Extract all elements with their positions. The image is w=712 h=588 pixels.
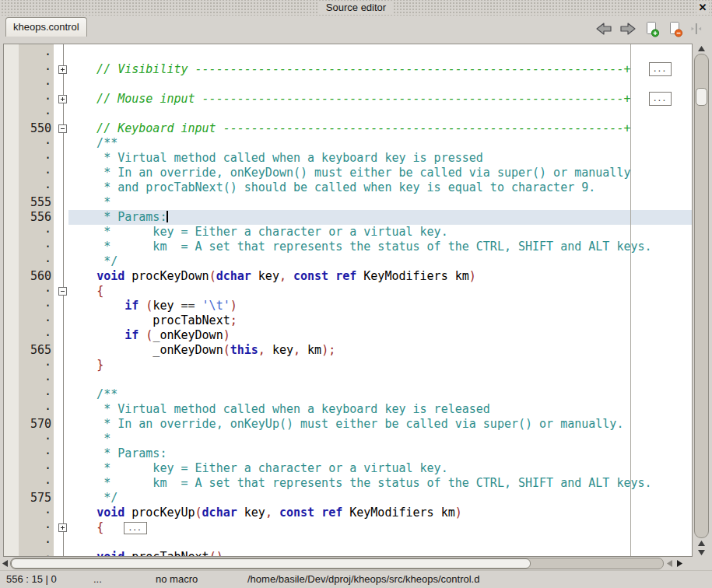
code-line[interactable]: · * In an override, onKeyDown() must eit… [4, 166, 692, 180]
code-text[interactable]: // Mouse input -------------------------… [68, 92, 692, 107]
panel-titlebar[interactable]: Source editor ✕ [0, 0, 712, 16]
code-line[interactable]: · [4, 373, 692, 387]
code-line[interactable]: 555 * [4, 195, 692, 210]
code-text[interactable]: * Params: [68, 210, 692, 225]
close-icon[interactable]: ✕ [696, 1, 709, 14]
fold-ellipsis-box[interactable]: ... [649, 92, 672, 106]
close-document-button[interactable] [667, 21, 683, 37]
code-line[interactable]: · void procKeyUp(dchar key, const ref Ke… [4, 506, 692, 520]
navigate-forward-button[interactable] [619, 22, 637, 36]
code-line[interactable]: · } [4, 358, 692, 373]
horizontal-scrollbar-trough[interactable] [10, 558, 664, 569]
fold-toggle-plus-icon[interactable] [58, 523, 67, 532]
fold-toggle-minus-icon[interactable] [58, 124, 67, 133]
horizontal-scrollbar[interactable] [0, 557, 695, 570]
code-text[interactable]: if (_onKeyDown) [68, 328, 692, 343]
code-text[interactable]: * Virtual method called when a keyboard … [68, 151, 692, 166]
code-text[interactable]: * Params: [68, 446, 692, 461]
scroll-right-arrow-icon[interactable] [675, 558, 685, 569]
code-text[interactable]: * In an override, onKeyDown() must eithe… [68, 166, 692, 180]
code-text[interactable] [68, 77, 692, 92]
code-line[interactable]: · /** [4, 136, 692, 151]
code-area[interactable]: ·· // Visibility -----------------------… [3, 44, 693, 557]
code-text[interactable] [68, 107, 692, 121]
code-text[interactable] [68, 47, 692, 62]
code-line[interactable]: · if (_onKeyDown) [4, 328, 692, 343]
split-view-button[interactable] [690, 21, 702, 37]
new-document-button[interactable] [644, 21, 660, 37]
code-line[interactable]: · [4, 47, 692, 62]
fold-toggle-plus-icon[interactable] [58, 65, 67, 74]
fold-ellipsis-box[interactable]: ... [124, 522, 147, 534]
code-text[interactable] [68, 535, 692, 550]
code-line[interactable]: 550 // Keyboard input ------------------… [4, 121, 692, 136]
code-line[interactable]: · [4, 107, 692, 121]
line-number: · [4, 77, 54, 92]
code-text[interactable]: // Keyboard input ----------------------… [68, 121, 692, 136]
scroll-up-arrow-icon[interactable] [694, 44, 709, 53]
code-text[interactable]: void procKeyUp(dchar key, const ref KeyM… [68, 506, 692, 520]
code-text[interactable]: /** [68, 387, 692, 402]
fold-toggle-minus-icon[interactable] [58, 287, 67, 296]
code-text[interactable]: * km = A set that represents the status … [68, 240, 692, 254]
code-text[interactable]: void procTabNext() [68, 550, 692, 557]
code-text[interactable]: * key = Either a character or a virtual … [68, 225, 692, 240]
code-text[interactable]: * Virtual method called when a keyboard … [68, 402, 692, 417]
code-line[interactable]: 565 _onKeyDown(this, key, km); [4, 343, 692, 358]
code-text[interactable]: { [68, 284, 692, 299]
code-text[interactable]: * km = A set that represents the status … [68, 476, 692, 491]
code-line[interactable]: · { [4, 284, 692, 299]
code-line[interactable]: · */ [4, 254, 692, 269]
code-line[interactable]: 556 * Params: [4, 210, 692, 225]
code-line[interactable]: · * [4, 432, 692, 446]
vertical-scrollbar-trough[interactable] [694, 54, 709, 538]
fold-toggle-plus-icon[interactable] [58, 95, 67, 103]
code-line[interactable]: · // Visibility ------------------------… [4, 62, 692, 77]
code-text[interactable]: */ [68, 491, 692, 506]
code-line[interactable]: · [4, 77, 692, 92]
code-line[interactable]: · [4, 535, 692, 550]
code-line[interactable]: · * key = Either a character or a virtua… [4, 225, 692, 240]
code-text[interactable]: * [68, 432, 692, 446]
navigate-back-button[interactable] [595, 22, 612, 36]
code-text[interactable]: /** [68, 136, 692, 151]
code-line[interactable]: · * and procTabNext() should be called w… [4, 180, 692, 195]
code-text[interactable] [68, 373, 692, 387]
code-line[interactable]: · * Virtual method called when a keyboar… [4, 402, 692, 417]
code-line[interactable]: · * km = A set that represents the statu… [4, 476, 692, 491]
scroll-left-arrow-icon[interactable] [665, 558, 675, 569]
scroll-down-arrow-icon[interactable] [694, 548, 709, 557]
horizontal-scrollbar-thumb[interactable] [11, 558, 531, 569]
code-line[interactable]: · if (key == '\t') [4, 299, 692, 313]
code-text[interactable]: } [68, 358, 692, 373]
code-line[interactable]: 575 */ [4, 491, 692, 506]
code-line[interactable]: · void procTabNext() [4, 550, 692, 557]
vertical-scrollbar-thumb[interactable] [696, 88, 707, 106]
code-text[interactable]: * In an override, onKeyUp() must either … [68, 417, 692, 432]
code-text[interactable]: {... [68, 520, 692, 535]
code-line[interactable]: · * Virtual method called when a keyboar… [4, 151, 692, 166]
scroll-left-arrow-icon[interactable] [0, 558, 10, 569]
code-text[interactable]: * and procTabNext() should be called whe… [68, 180, 692, 195]
code-line[interactable]: · {... [4, 520, 692, 535]
code-line[interactable]: · * key = Either a character or a virtua… [4, 461, 692, 476]
code-text[interactable]: */ [68, 254, 692, 269]
code-text[interactable]: // Visibility --------------------------… [68, 62, 692, 77]
code-text[interactable]: * [68, 195, 692, 210]
code-text[interactable]: procTabNext; [68, 313, 692, 328]
code-line[interactable]: · procTabNext; [4, 313, 692, 328]
code-text[interactable]: _onKeyDown(this, key, km); [68, 343, 692, 358]
scroll-up-arrow-icon[interactable] [694, 539, 709, 548]
code-line[interactable]: 570 * In an override, onKeyUp() must eit… [4, 417, 692, 432]
code-line[interactable]: · /** [4, 387, 692, 402]
vertical-scrollbar[interactable] [693, 44, 712, 557]
code-line[interactable]: · // Mouse input -----------------------… [4, 92, 692, 107]
fold-ellipsis-box[interactable]: ... [649, 62, 672, 76]
code-text[interactable]: * key = Either a character or a virtual … [68, 461, 692, 476]
code-line[interactable]: · * Params: [4, 446, 692, 461]
code-line[interactable]: · * km = A set that represents the statu… [4, 240, 692, 254]
tab-kheops-control[interactable]: kheops.control [5, 17, 87, 37]
code-text[interactable]: void procKeyDown(dchar key, const ref Ke… [68, 269, 692, 284]
code-text[interactable]: if (key == '\t') [68, 299, 692, 313]
code-line[interactable]: 560 void procKeyDown(dchar key, const re… [4, 269, 692, 284]
